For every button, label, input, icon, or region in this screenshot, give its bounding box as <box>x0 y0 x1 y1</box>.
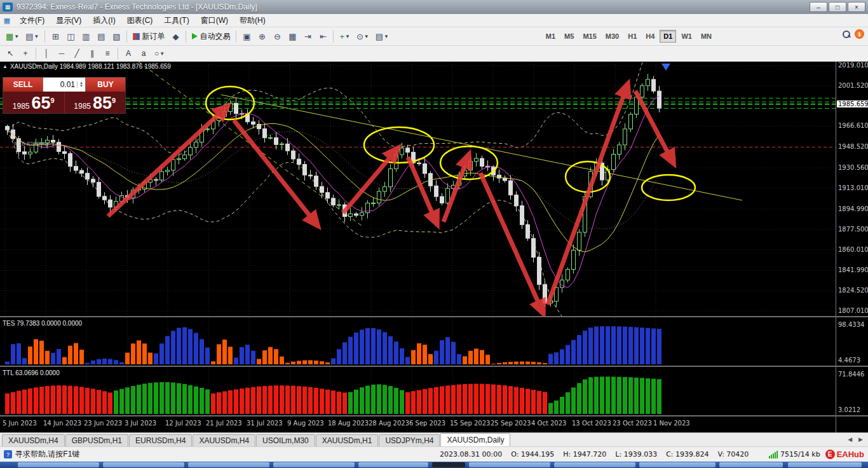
auto-trading-button[interactable]: 自动交易 <box>189 29 233 43</box>
chart-tab-3[interactable]: XAUUSDm,H4 <box>193 434 255 446</box>
templates-button[interactable]: ▤▼ <box>373 29 391 43</box>
chart-tab-2[interactable]: EURUSDm,H4 <box>129 434 192 446</box>
highlight-ellipse[interactable] <box>364 127 434 163</box>
sell-price-big: 65 <box>32 96 51 111</box>
cursor-button[interactable]: ↖ <box>3 47 17 60</box>
volume-value[interactable]: 0.01 <box>43 80 77 89</box>
menu-item-4[interactable]: 工具(T) <box>158 14 194 27</box>
new-chart-button[interactable]: ▦▼ <box>3 29 22 43</box>
timeframe-m5[interactable]: M5 <box>560 30 578 43</box>
tab-scroll-left-icon[interactable]: ◀ <box>845 435 855 444</box>
taskbar-button[interactable] <box>358 462 428 467</box>
highlight-ellipse[interactable] <box>642 175 695 200</box>
tes-indicator-label: TES 79.7383 0.0000 0.0000 <box>3 320 82 327</box>
taskbar-button[interactable] <box>719 462 783 467</box>
signal-marker[interactable] <box>661 64 670 71</box>
minimize-button[interactable]: – <box>810 2 827 12</box>
metaeditor-button[interactable]: ◆ <box>168 29 182 43</box>
zoom-in-button[interactable]: ⊕ <box>255 29 269 43</box>
new-order-button[interactable]: 新订单 <box>130 29 167 43</box>
horizontal-line-button[interactable]: ─ <box>55 47 69 60</box>
alert-badge[interactable]: 1 <box>855 29 864 39</box>
titlebar[interactable]: ▦ 9372394: Exness-Real7 - Exness Technol… <box>0 0 868 14</box>
zoom-out-button[interactable]: ⊖ <box>270 29 284 43</box>
taskbar-button[interactable] <box>788 462 862 467</box>
sell-button[interactable]: SELL <box>3 78 43 92</box>
timeframe-h1[interactable]: H1 <box>624 30 641 43</box>
taskbar-button[interactable] <box>469 462 550 467</box>
taskbar-button[interactable] <box>639 462 715 467</box>
menu-item-5[interactable]: 窗口(W) <box>195 14 234 27</box>
chart-tab-4[interactable]: USOILm,M30 <box>256 434 315 446</box>
market-watch-button[interactable]: ⊞ <box>48 29 62 43</box>
strategy-tester-button[interactable]: ▧ <box>109 29 123 43</box>
taskbar-button[interactable] <box>188 462 269 467</box>
trend-arrow[interactable] <box>548 84 628 305</box>
price-tick: 1824.520 <box>838 287 868 294</box>
fibonacci-button[interactable]: ≡ <box>100 47 114 60</box>
menu-item-0[interactable]: 文件(F) <box>14 14 50 27</box>
menu-item-3[interactable]: 图表(C) <box>121 14 159 27</box>
taskbar-button[interactable] <box>432 462 465 467</box>
timeframe-m30[interactable]: M30 <box>602 30 623 43</box>
text-button[interactable]: A <box>121 47 135 60</box>
status-help-text: 寻求帮助,请按F1键 <box>15 449 79 460</box>
timeframe-w1[interactable]: W1 <box>677 30 696 43</box>
periods-button[interactable]: ⊙▼ <box>354 29 372 43</box>
timeframe-m1[interactable]: M1 <box>542 30 559 43</box>
panel-divider[interactable] <box>0 316 868 317</box>
buy-price[interactable]: 1985 85 9 <box>65 92 126 113</box>
price-scale[interactable]: 2019.0102001.5201985.6591966.6101948.520… <box>836 62 868 432</box>
search-icon[interactable] <box>842 30 851 39</box>
taskbar-button[interactable] <box>103 462 184 467</box>
profiles-button[interactable]: ▤▼ <box>23 29 41 43</box>
menu-item-1[interactable]: 显示(V) <box>50 14 87 27</box>
sell-price[interactable]: 1985 65 9 <box>3 92 65 113</box>
tes-indicator-canvas[interactable] <box>0 318 836 366</box>
ttl-indicator-canvas[interactable] <box>0 368 836 415</box>
chart-tab-6[interactable]: USDJPYm,H4 <box>379 434 440 446</box>
chart-tab-1[interactable]: GBPUSDm,H1 <box>65 434 128 446</box>
terminal-button[interactable]: ▤ <box>94 29 108 43</box>
chart-tab-7[interactable]: XAUUSDm,Daily <box>440 433 510 446</box>
channel-button[interactable]: ∥ <box>85 47 99 60</box>
restore-button[interactable]: □ <box>829 2 846 12</box>
volume-stepper[interactable]: ▲▼ <box>77 81 85 88</box>
auto-scroll-button[interactable]: ⇥ <box>301 29 315 43</box>
navigator-button[interactable]: ▥ <box>79 29 93 43</box>
data-window-button[interactable]: ◫ <box>64 29 78 43</box>
spinner-down-icon[interactable]: ▼ <box>79 85 83 88</box>
vertical-line-button[interactable]: │ <box>39 47 53 60</box>
taskbar-button[interactable] <box>554 462 635 467</box>
menu-item-6[interactable]: 帮助(H) <box>234 14 271 27</box>
child-window-icon[interactable]: ▦ <box>3 16 11 25</box>
timeframe-h4[interactable]: H4 <box>642 30 658 43</box>
date-axis[interactable]: 5 Jun 202314 Jun 202323 Jun 20233 Jul 20… <box>0 416 836 432</box>
collapse-icon[interactable]: ▲ <box>3 64 8 69</box>
chart-tab-5[interactable]: XAUUSDm,H1 <box>316 434 379 446</box>
timeframe-mn[interactable]: MN <box>697 30 715 43</box>
grid-button[interactable]: ▦ <box>285 29 299 43</box>
text-label-button[interactable]: a <box>137 47 151 60</box>
date-label: 3 Jul 2023 <box>125 420 156 427</box>
arrows-button[interactable]: ○▼ <box>152 47 167 60</box>
sell-price-prefix: 1985 <box>13 102 30 111</box>
chart-tab-0[interactable]: XAUUSDm,H4 <box>2 434 65 446</box>
panel-divider[interactable] <box>0 366 868 367</box>
navigator-icon: ▥ <box>82 32 90 41</box>
chart-shift-button[interactable]: ⇤ <box>316 29 330 43</box>
close-button[interactable]: × <box>848 2 865 12</box>
indicators-button[interactable]: +▼ <box>337 29 353 43</box>
timeframe-m15[interactable]: M15 <box>579 30 600 43</box>
menu-item-2[interactable]: 插入(I) <box>87 14 121 27</box>
trendline-button[interactable]: ╱ <box>70 47 84 60</box>
taskbar-button[interactable] <box>18 462 99 467</box>
buy-button[interactable]: BUY <box>86 78 125 92</box>
timeframe-d1[interactable]: D1 <box>660 30 676 43</box>
windows-taskbar[interactable] <box>0 462 868 468</box>
tab-scroll-right-icon[interactable]: ▶ <box>856 435 865 444</box>
crosshair-button[interactable]: + <box>18 47 32 60</box>
tile-windows-button[interactable]: ▣ <box>240 29 254 43</box>
taskbar-button[interactable] <box>273 462 355 467</box>
volume-field[interactable]: 0.01 ▲▼ <box>43 78 86 92</box>
